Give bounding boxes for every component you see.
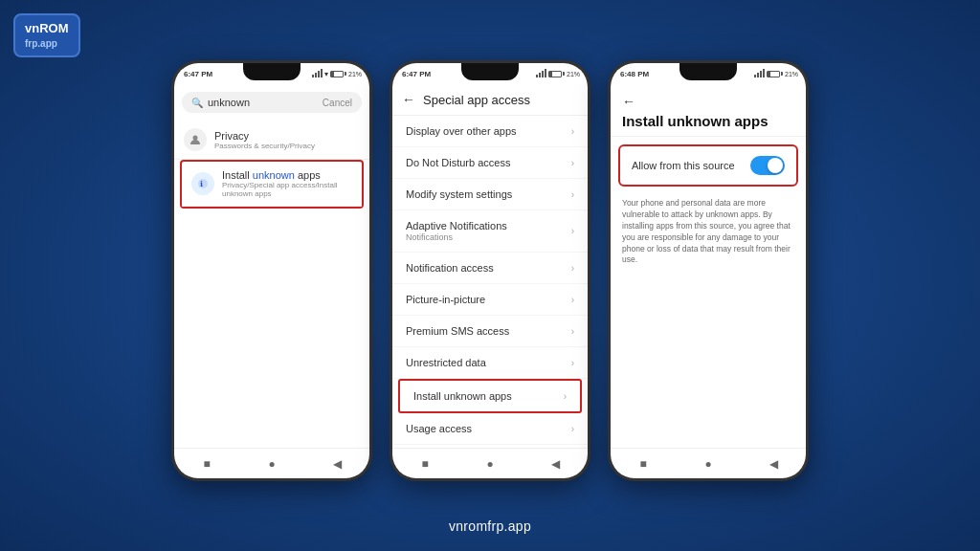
phone1-result2-redbox: ℹ Install unknown apps Privacy/Special a…: [180, 160, 364, 209]
phone3-time: 6:48 PM: [620, 70, 649, 78]
phone2-screen-title: Special app access: [423, 93, 530, 107]
phone1-search-bar: 🔍 unknown Cancel: [182, 92, 362, 113]
phone1-result2-suffix: apps: [295, 169, 321, 181]
phone3-notch: [679, 63, 737, 80]
logo-line1: vnROM: [25, 21, 69, 37]
phone3-allow-row: Allow from this source: [618, 144, 798, 187]
footer-text: vnromfrp.app: [449, 518, 531, 534]
phone2-status-icons: 21%: [536, 70, 580, 77]
phone2-notch: [461, 63, 519, 80]
phone2-back-arrow[interactable]: ←: [402, 92, 415, 107]
phone1-search-icon: 🔍: [191, 98, 203, 108]
phone3-back-arrow[interactable]: ←: [622, 94, 794, 109]
phone2-chevron8: ›: [571, 358, 574, 368]
phone3-title: Install unknown apps: [622, 113, 794, 130]
logo: vnROM frp.app: [13, 13, 80, 57]
phone1-nav-back[interactable]: ◀: [330, 457, 344, 471]
phone3-bottom-bar: ■ ● ◀: [611, 448, 806, 478]
phone-1: 6:47 PM ▾ 21% 🔍 unknown Cancel: [171, 60, 372, 481]
phone2-adaptive-sub: Notifications: [406, 232, 507, 242]
phone2-item-display[interactable]: Display over other apps ›: [392, 116, 588, 147]
phone3-status-icons: 21%: [754, 70, 798, 77]
phone1-result2-title: Install unknown apps: [222, 169, 352, 181]
phone2-chevron3: ›: [571, 189, 574, 200]
phone1-cancel-btn[interactable]: Cancel: [323, 98, 352, 108]
phone2-signal: [536, 70, 546, 77]
phone1-screen: 🔍 unknown Cancel Privacy Passwords & sec…: [174, 84, 369, 448]
phone2-time: 6:47 PM: [402, 70, 431, 78]
phone2-nav-square[interactable]: ■: [418, 457, 432, 471]
phone2-item-install[interactable]: Install unknown apps ›: [400, 381, 580, 411]
phone3-battery-pct: 21%: [785, 71, 798, 77]
phone3-nav-back[interactable]: ◀: [767, 457, 780, 471]
phone3-signal: [754, 70, 765, 77]
phone1-wifi-icon: ▾: [324, 70, 328, 78]
phone2-chevron5: ›: [571, 263, 574, 274]
phone2-item-sms[interactable]: Premium SMS access ›: [392, 316, 588, 347]
phone1-result2-prefix: Install: [222, 169, 253, 181]
phone3-battery: [767, 71, 783, 77]
phone3-allow-label: Allow from this source: [632, 160, 735, 171]
phone1-nav-circle[interactable]: ●: [265, 457, 278, 471]
phone-2: 6:47 PM 21% ← Special app access Display…: [390, 60, 590, 481]
phones-container: 6:47 PM ▾ 21% 🔍 unknown Cancel: [171, 60, 809, 481]
phone-3: 6:48 PM 21% ← Install unknown apps Allow…: [608, 60, 809, 481]
phone2-chevron1: ›: [571, 126, 574, 137]
phone1-result-privacy: Privacy Passwords & security/Privacy: [174, 121, 369, 160]
phone1-result2-sub: Privacy/Special app access/Install unkno…: [222, 181, 352, 198]
phone2-adaptive-title: Adaptive Notifications: [406, 220, 507, 231]
phone2-item-usage[interactable]: Usage access ›: [392, 413, 588, 445]
phone1-result1-title: Privacy: [214, 130, 315, 142]
phone1-bottom-bar: ■ ● ◀: [174, 448, 369, 478]
phone3-toggle[interactable]: [750, 156, 785, 175]
phone2-chevron9: ›: [564, 391, 567, 402]
phone1-result1-text: Privacy Passwords & security/Privacy: [214, 130, 315, 150]
phone2-item-notification[interactable]: Notification access ›: [392, 253, 588, 284]
phone2-nav-back[interactable]: ◀: [548, 457, 562, 471]
phone1-result2-highlight: unknown: [253, 169, 295, 181]
phone1-notch: [243, 63, 301, 80]
phone1-result-install: ℹ Install unknown apps Privacy/Special a…: [182, 162, 362, 207]
phone2-header: ← Special app access: [392, 84, 588, 116]
phone3-nav-square[interactable]: ■: [636, 457, 650, 471]
phone3-header: ← Install unknown apps: [611, 84, 806, 137]
phone1-battery-pct: 21%: [348, 71, 362, 77]
phone1-result2-icon: ℹ: [191, 172, 214, 195]
phone2-battery-pct: 21%: [567, 71, 580, 77]
phone1-search-value[interactable]: unknown: [208, 97, 318, 108]
phone2-install-redbox: Install unknown apps ›: [398, 379, 582, 413]
logo-line2: frp.app: [25, 37, 69, 50]
phone2-chevron4: ›: [571, 226, 574, 236]
phone2-nav-circle[interactable]: ●: [483, 457, 497, 471]
phone2-chevron6: ›: [571, 295, 574, 305]
svg-point-0: [193, 136, 198, 141]
phone3-warning-text: Your phone and personal data are more vu…: [611, 194, 806, 270]
phone1-result1-icon: [184, 128, 207, 151]
phone2-chevron7: ›: [571, 326, 574, 337]
phone2-item-unrestricted[interactable]: Unrestricted data ›: [392, 347, 588, 379]
svg-text:ℹ: ℹ: [200, 180, 203, 188]
phone2-item-modify[interactable]: Modify system settings ›: [392, 179, 588, 210]
phone3-screen: ← Install unknown apps Allow from this s…: [611, 84, 806, 448]
phone1-nav-square[interactable]: ■: [200, 457, 213, 471]
phone1-result1-sub: Passwords & security/Privacy: [214, 142, 315, 150]
phone2-item-adaptive[interactable]: Adaptive Notifications Notifications ›: [392, 210, 588, 253]
phone2-chevron10: ›: [571, 424, 574, 434]
phone1-result2-text: Install unknown apps Privacy/Special app…: [222, 169, 352, 198]
phone1-battery: [330, 71, 346, 77]
phone2-item-dnd[interactable]: Do Not Disturb access ›: [392, 147, 588, 179]
phone1-signal: [312, 70, 323, 77]
phone1-time: 6:47 PM: [184, 70, 212, 78]
phone2-screen: ← Special app access Display over other …: [392, 84, 588, 448]
phone1-status-icons: ▾ 21%: [312, 70, 362, 78]
phone2-chevron2: ›: [571, 158, 574, 168]
phone3-nav-circle[interactable]: ●: [702, 457, 715, 471]
phone2-bottom-bar: ■ ● ◀: [392, 448, 588, 478]
phone2-battery: [548, 71, 565, 77]
phone2-item-pip[interactable]: Picture-in-picture ›: [392, 284, 588, 316]
